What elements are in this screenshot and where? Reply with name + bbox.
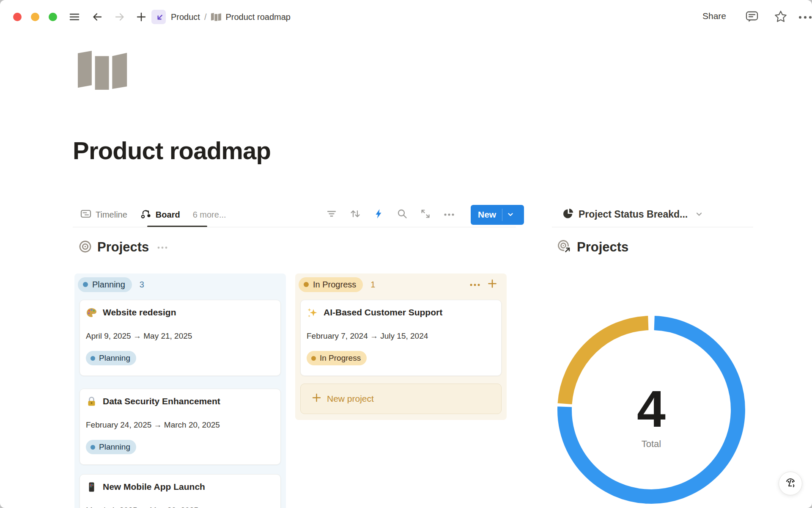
star-icon: [774, 18, 788, 25]
purple-arrow-icon: [154, 12, 164, 22]
in-progress-group-label: In Progress: [313, 280, 356, 290]
column-more-icon[interactable]: [469, 281, 480, 288]
close-window-button[interactable]: [13, 13, 22, 21]
target-icon: [79, 240, 92, 255]
plus-icon: [312, 393, 321, 405]
app-window: Product / Product roadmap Share Product …: [0, 0, 812, 508]
forward-arrow-icon: [114, 17, 126, 24]
tab-timeline[interactable]: Timeline: [80, 208, 127, 222]
card-title: New Mobile App Launch: [103, 482, 205, 492]
column-add-icon[interactable]: [487, 279, 497, 290]
palette-icon: [86, 307, 97, 318]
sparkles-icon: [307, 307, 318, 318]
minimize-window-button[interactable]: [31, 13, 39, 21]
board-section-header: Projects: [79, 237, 168, 257]
map-mini-icon: [211, 13, 222, 21]
planning-count: 3: [140, 280, 144, 290]
board-column-in-progress: In Progress 1 AI-Based Customer Support …: [295, 273, 507, 420]
sidebar-menu-button[interactable]: [69, 11, 80, 25]
timeline-icon: [80, 208, 92, 222]
new-project-button[interactable]: New project: [300, 384, 502, 414]
card-title: AI-Based Customer Support: [324, 307, 442, 318]
status-tag-label: Planning: [99, 442, 130, 452]
more-views-button[interactable]: 6 more...: [193, 210, 226, 220]
expand-icon[interactable]: [420, 208, 431, 221]
share-button[interactable]: Share: [702, 11, 726, 21]
favorite-button[interactable]: [774, 9, 788, 25]
planning-group-pill[interactable]: Planning: [78, 277, 132, 292]
map-icon: [77, 84, 130, 91]
chart-section-title[interactable]: Projects: [577, 240, 628, 255]
column-header-planning: Planning 3: [78, 277, 283, 292]
planning-group-label: Planning: [92, 280, 125, 290]
pie-chart-icon: [562, 208, 574, 221]
tab-timeline-label: Timeline: [96, 210, 127, 220]
project-card-data-security[interactable]: Data Security Enhancement February 24, 2…: [80, 389, 281, 465]
board-section-divider: [73, 227, 516, 227]
status-dot: [304, 282, 309, 287]
chart-section-header: Projects: [557, 237, 628, 257]
plus-icon: [135, 17, 147, 24]
chevron-down-icon: [695, 210, 703, 218]
status-tag[interactable]: Planning: [86, 440, 136, 454]
board-section-title[interactable]: Projects: [97, 240, 149, 255]
view-toolbar: New: [326, 203, 524, 226]
chevron-down-icon: [507, 211, 514, 218]
new-button-dropdown[interactable]: [502, 211, 518, 218]
tab-board[interactable]: Board: [140, 208, 180, 222]
search-icon[interactable]: [397, 208, 408, 221]
comment-bubble-icon: [745, 18, 759, 25]
back-button[interactable]: [91, 11, 103, 25]
breadcrumb-separator: /: [204, 12, 207, 22]
toolbar-more-icon[interactable]: [443, 211, 455, 218]
status-tag[interactable]: Planning: [86, 351, 136, 365]
card-title: Data Security Enhancement: [103, 396, 220, 406]
status-tag-label: Planning: [99, 353, 130, 363]
status-dot: [83, 282, 88, 287]
page-title[interactable]: Product roadmap: [73, 136, 271, 165]
ellipsis-icon: [798, 14, 812, 21]
chart-view-title: Project Status Breakd...: [579, 209, 688, 220]
in-progress-count: 1: [370, 280, 375, 290]
card-dates: March 4, 2025 → May 20, 2025: [86, 506, 274, 508]
view-tabs: Timeline Board 6 more...: [80, 203, 226, 226]
board-icon: [140, 208, 152, 222]
new-record-button[interactable]: New: [471, 205, 524, 225]
breadcrumb-parent[interactable]: Product: [171, 12, 200, 22]
card-dates: February 7, 2024 → July 15, 2024: [307, 331, 495, 342]
card-dates: February 24, 2025 → March 20, 2025: [86, 420, 274, 431]
project-card-mobile-app[interactable]: New Mobile App Launch March 4, 2025 → Ma…: [80, 474, 281, 508]
ai-face-icon: [783, 475, 798, 491]
more-options-button[interactable]: [798, 14, 812, 22]
status-tag[interactable]: In Progress: [307, 351, 367, 365]
sort-icon[interactable]: [349, 208, 361, 221]
in-progress-group-pill[interactable]: In Progress: [299, 277, 363, 292]
lock-icon: [86, 396, 97, 407]
card-title: Website redesign: [103, 307, 176, 318]
notion-ai-button[interactable]: [779, 472, 802, 495]
tab-board-label: Board: [156, 210, 180, 220]
new-project-label: New project: [327, 394, 374, 404]
donut-total-value: 4: [588, 383, 715, 435]
page-icon[interactable]: [77, 51, 130, 91]
column-header-in-progress: In Progress 1: [299, 277, 503, 292]
breadcrumb-current[interactable]: Product roadmap: [226, 12, 291, 22]
new-tab-button[interactable]: [135, 11, 147, 25]
status-dot: [91, 356, 95, 361]
chart-view-header[interactable]: Project Status Breakd...: [562, 205, 703, 224]
forward-button[interactable]: [114, 11, 126, 25]
hamburger-icon: [69, 17, 80, 24]
automations-lightning-icon[interactable]: [373, 208, 384, 221]
project-card-ai-support[interactable]: AI-Based Customer Support February 7, 20…: [300, 300, 502, 376]
status-dot: [91, 445, 95, 450]
breadcrumb-teamspace-icon[interactable]: [151, 10, 166, 24]
target-link-icon: [557, 240, 571, 255]
mobile-phone-icon: [86, 481, 97, 493]
chart-section-divider: [552, 227, 753, 227]
comments-button[interactable]: [745, 9, 759, 25]
zoom-window-button[interactable]: [49, 13, 57, 21]
section-more-icon[interactable]: [157, 243, 168, 251]
status-dot: [311, 356, 316, 361]
project-card-website-redesign[interactable]: Website redesign April 9, 2025 → May 21,…: [80, 300, 281, 376]
filter-icon[interactable]: [326, 208, 337, 221]
